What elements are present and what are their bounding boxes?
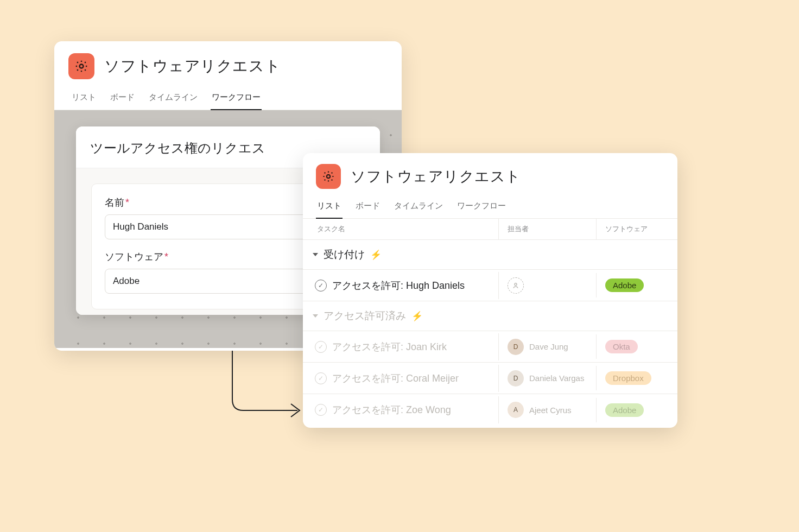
assignee-name: Daniela Vargas	[529, 373, 584, 383]
software-pill: Okta	[605, 340, 638, 353]
column-assignee: 担当者	[498, 219, 596, 239]
task-name: アクセスを許可: Coral Meijer	[332, 372, 459, 385]
list-panel: ソフトウェアリクエスト リストボードタイムラインワークフロー タスク名 担当者 …	[303, 153, 677, 428]
tabs: リストボードタイムラインワークフロー	[303, 193, 677, 219]
task-list: 受け付け ⚡✓ アクセスを許可: Hugh Daniels Adobe アクセス…	[303, 240, 677, 426]
check-circle-icon[interactable]: ✓	[315, 280, 327, 292]
software-pill: Adobe	[605, 278, 644, 292]
tab-ワークフロー[interactable]: ワークフロー	[456, 195, 507, 218]
panel-header: ソフトウェアリクエスト	[303, 153, 677, 193]
task-row[interactable]: ✓ アクセスを許可: Joan KirkD Dave JungOkta	[303, 331, 677, 363]
tab-タイムライン[interactable]: タイムライン	[148, 87, 199, 110]
required-mark: *	[164, 251, 168, 262]
required-mark: *	[125, 197, 129, 208]
svg-point-1	[327, 175, 330, 178]
task-name: アクセスを許可: Joan Kirk	[332, 340, 447, 353]
bolt-icon: ⚡	[411, 311, 423, 322]
tab-ワークフロー[interactable]: ワークフロー	[211, 87, 262, 110]
assignee-name: Ajeet Cyrus	[529, 406, 572, 415]
check-circle-icon[interactable]: ✓	[315, 404, 327, 416]
task-name: アクセスを許可: Zoe Wong	[332, 403, 451, 416]
caret-down-icon	[313, 314, 318, 318]
assignee-name: Dave Jung	[529, 342, 568, 351]
software-label-text: ソフトウェア	[105, 251, 163, 262]
tab-ボード[interactable]: ボード	[109, 87, 136, 110]
check-circle-icon[interactable]: ✓	[315, 372, 327, 384]
tab-リスト[interactable]: リスト	[316, 195, 343, 219]
section-header[interactable]: アクセス許可済み ⚡	[303, 301, 677, 331]
task-name: アクセスを許可: Hugh Daniels	[332, 279, 465, 292]
tabs: リストボードタイムラインワークフロー	[54, 85, 402, 110]
gear-icon	[316, 164, 341, 189]
svg-point-2	[515, 283, 517, 285]
section-name: アクセス許可済み	[324, 309, 406, 323]
task-row[interactable]: ✓ アクセスを許可: Zoe WongA Ajeet CyrusAdobe	[303, 394, 677, 426]
section-header[interactable]: 受け付け ⚡	[303, 240, 677, 270]
bolt-icon: ⚡	[370, 249, 382, 261]
column-headers: タスク名 担当者 ソフトウェア	[303, 219, 677, 240]
svg-point-0	[80, 65, 84, 68]
task-row[interactable]: ✓ アクセスを許可: Coral MeijerD Daniela VargasD…	[303, 363, 677, 394]
avatar: A	[508, 402, 524, 418]
tab-タイムライン[interactable]: タイムライン	[393, 195, 444, 218]
column-task: タスク名	[303, 219, 498, 239]
arrow-icon	[221, 351, 314, 427]
check-circle-icon[interactable]: ✓	[315, 341, 327, 353]
panel-header: ソフトウェアリクエスト	[54, 41, 402, 85]
software-pill: Dropbox	[605, 371, 651, 385]
software-pill: Adobe	[605, 403, 644, 417]
panel-title: ソフトウェアリクエスト	[351, 167, 521, 186]
name-label-text: 名前	[105, 197, 124, 208]
caret-down-icon	[313, 253, 318, 256]
column-software: ソフトウェア	[596, 219, 677, 239]
assignee-empty-icon[interactable]	[508, 277, 524, 294]
avatar: D	[508, 339, 524, 355]
avatar: D	[508, 370, 524, 387]
tab-リスト[interactable]: リスト	[71, 87, 97, 110]
panel-title: ソフトウェアリクエスト	[104, 56, 281, 77]
task-row[interactable]: ✓ アクセスを許可: Hugh Daniels Adobe	[303, 270, 677, 301]
tab-ボード[interactable]: ボード	[354, 195, 381, 218]
gear-icon	[68, 53, 94, 79]
section-name: 受け付け	[324, 248, 365, 262]
